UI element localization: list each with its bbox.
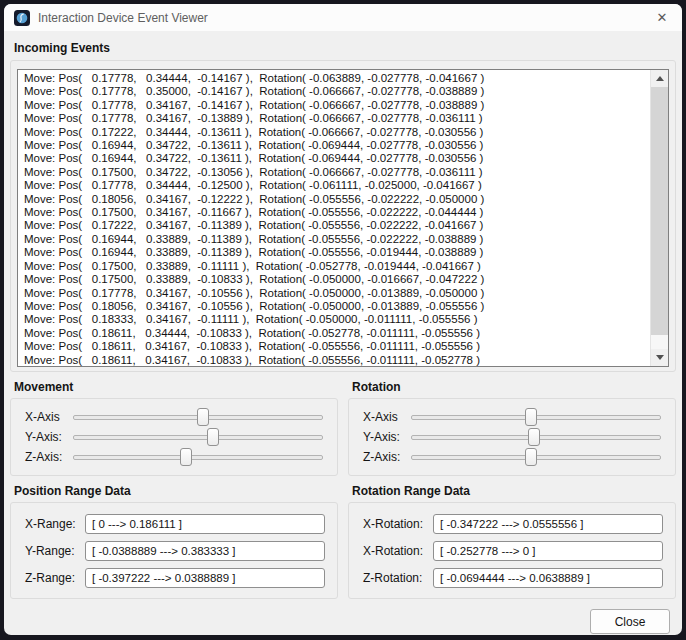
position-range-groupbox: X-Range: [ 0 ---> 0.186111 ] Y-Range: [ … [10, 502, 338, 599]
event-line: Move: Pos( 0.17500, 0.34722, -0.13056 ),… [24, 166, 650, 179]
rotation-y-slider-row: Y-Axis: [363, 428, 663, 446]
y-range-label: Y-Range: [25, 544, 85, 558]
rotation-x-slider[interactable] [411, 408, 661, 426]
event-line: Move: Pos( 0.17778, 0.34444, -0.14167 ),… [24, 72, 650, 85]
rotation-y-label: Y-Axis: [363, 430, 411, 444]
footer: Close [10, 609, 670, 634]
rotation-section: Rotation X-Axis Y-Axis: [348, 372, 676, 476]
rotation-z-slider[interactable] [411, 448, 661, 466]
scroll-up-arrow-icon [656, 76, 664, 81]
movement-x-slider[interactable] [73, 408, 323, 426]
z-rotation-field[interactable]: [ -0.0694444 ---> 0.0638889 ] [433, 568, 663, 588]
position-range-label: Position Range Data [14, 484, 334, 498]
rotation-range-section: Rotation Range Data X-Rotation: [ -0.347… [348, 476, 676, 599]
movement-x-label: X-Axis [25, 410, 73, 424]
rotation-y-slider[interactable] [411, 428, 661, 446]
scroll-down-button[interactable] [651, 349, 668, 366]
x-range-label: X-Range: [25, 517, 85, 531]
event-line: Move: Pos( 0.17778, 0.35000, -0.14167 ),… [24, 85, 650, 98]
movement-z-slider-row: Z-Axis: [25, 448, 325, 466]
event-line: Move: Pos( 0.16944, 0.34722, -0.13611 ),… [24, 152, 650, 165]
movement-x-slider-row: X-Axis [25, 408, 325, 426]
event-line: Move: Pos( 0.18611, 0.34444, -0.10833 ),… [24, 327, 650, 340]
z-rotation-label: Z-Rotation: [363, 571, 433, 585]
event-line: Move: Pos( 0.17778, 0.34167, -0.10556 ),… [24, 287, 650, 300]
z-range-label: Z-Range: [25, 571, 85, 585]
events-list[interactable]: Move: Pos( 0.17778, 0.34444, -0.14167 ),… [17, 69, 669, 367]
x-rotation-row-2: X-Rotation: [ -0.252778 ---> 0 ] [363, 540, 663, 561]
movement-z-slider[interactable] [73, 448, 323, 466]
movement-y-slider-row: Y-Axis: [25, 428, 325, 446]
z-range-field[interactable]: [ -0.397222 ---> 0.0388889 ] [85, 568, 325, 588]
movement-groupbox: X-Axis Y-Axis: [10, 398, 338, 476]
movement-y-slider-thumb[interactable] [207, 428, 219, 446]
close-x-icon: ✕ [657, 10, 668, 25]
movement-z-slider-thumb[interactable] [180, 448, 192, 466]
x-rotation-label: X-Rotation: [363, 517, 433, 531]
event-line: Move: Pos( 0.17500, 0.34167, -0.11667 ),… [24, 206, 650, 219]
scroll-up-button[interactable] [651, 70, 668, 87]
rotation-x-slider-thumb[interactable] [525, 408, 537, 426]
dialog-window: Interaction Device Event Viewer ✕ Incomi… [4, 4, 682, 635]
close-button[interactable]: Close [590, 609, 670, 634]
app-icon [14, 10, 30, 26]
y-range-row: Y-Range: [ -0.0388889 ---> 0.383333 ] [25, 540, 325, 561]
position-range-section: Position Range Data X-Range: [ 0 ---> 0.… [10, 476, 338, 599]
event-line: Move: Pos( 0.17778, 0.34167, -0.14167 ),… [24, 99, 650, 112]
rotation-groupbox: X-Axis Y-Axis: [348, 398, 676, 476]
event-line: Move: Pos( 0.17222, 0.34167, -0.11389 ),… [24, 219, 650, 232]
window-title: Interaction Device Event Viewer [38, 11, 642, 25]
movement-y-slider[interactable] [73, 428, 323, 446]
event-line: Move: Pos( 0.17500, 0.33889, -0.10833 ),… [24, 273, 650, 286]
event-line: Move: Pos( 0.18056, 0.34167, -0.12222 ),… [24, 193, 650, 206]
rotation-label: Rotation [352, 380, 672, 394]
x-range-field[interactable]: [ 0 ---> 0.186111 ] [85, 514, 325, 534]
rotation-x-label: X-Axis [363, 410, 411, 424]
event-line: Move: Pos( 0.18611, 0.34167, -0.10833 ),… [24, 340, 650, 353]
event-line: Move: Pos( 0.18333, 0.34167, -0.11111 ),… [24, 313, 650, 326]
movement-label: Movement [14, 380, 334, 394]
x-rotation-field-2[interactable]: [ -0.252778 ---> 0 ] [433, 541, 663, 561]
rotation-z-label: Z-Axis: [363, 450, 411, 464]
event-line: Move: Pos( 0.17778, 0.34444, -0.12500 ),… [24, 179, 650, 192]
event-line: Move: Pos( 0.17222, 0.34444, -0.13611 ),… [24, 126, 650, 139]
rotation-y-slider-thumb[interactable] [528, 428, 540, 446]
x-range-row: X-Range: [ 0 ---> 0.186111 ] [25, 513, 325, 534]
event-line: Move: Pos( 0.17500, 0.33889, -0.11111 ),… [24, 260, 650, 273]
window-close-button[interactable]: ✕ [642, 4, 682, 31]
rotation-range-groupbox: X-Rotation: [ -0.347222 ---> 0.0555556 ]… [348, 502, 676, 599]
window-frame: Interaction Device Event Viewer ✕ Incomi… [0, 0, 686, 640]
event-line: Move: Pos( 0.18056, 0.34167, -0.10556 ),… [24, 300, 650, 313]
rotation-x-slider-row: X-Axis [363, 408, 663, 426]
movement-y-slider-track[interactable] [73, 435, 323, 440]
z-range-row: Z-Range: [ -0.397222 ---> 0.0388889 ] [25, 567, 325, 588]
title-bar[interactable]: Interaction Device Event Viewer ✕ [4, 4, 682, 31]
x-rotation-row: X-Rotation: [ -0.347222 ---> 0.0555556 ] [363, 513, 663, 534]
event-line: Move: Pos( 0.16944, 0.34722, -0.13611 ),… [24, 139, 650, 152]
event-line: Move: Pos( 0.17778, 0.34167, -0.13889 ),… [24, 112, 650, 125]
x-rotation-label-2: X-Rotation: [363, 544, 433, 558]
event-line: Move: Pos( 0.16944, 0.33889, -0.11389 ),… [24, 233, 650, 246]
scrollbar-thumb[interactable] [651, 87, 668, 335]
movement-section: Movement X-Axis Y-Axis: [10, 372, 338, 476]
y-range-field[interactable]: [ -0.0388889 ---> 0.383333 ] [85, 541, 325, 561]
rotation-z-slider-row: Z-Axis: [363, 448, 663, 466]
events-text: Move: Pos( 0.17778, 0.34444, -0.14167 ),… [18, 72, 650, 366]
movement-y-label: Y-Axis: [25, 430, 73, 444]
event-line: Move: Pos( 0.16944, 0.33889, -0.11389 ),… [24, 246, 650, 259]
events-scrollbar[interactable] [650, 70, 668, 366]
incoming-events-groupbox: Move: Pos( 0.17778, 0.34444, -0.14167 ),… [10, 60, 676, 372]
rotation-range-label: Rotation Range Data [352, 484, 672, 498]
movement-z-label: Z-Axis: [25, 450, 73, 464]
rotation-z-slider-thumb[interactable] [525, 448, 537, 466]
movement-x-slider-thumb[interactable] [197, 408, 209, 426]
scroll-down-arrow-icon [656, 355, 664, 360]
event-line: Move: Pos( 0.18611, 0.34167, -0.10833 ),… [24, 354, 650, 367]
z-rotation-row: Z-Rotation: [ -0.0694444 ---> 0.0638889 … [363, 567, 663, 588]
movement-z-slider-track[interactable] [73, 455, 323, 460]
x-rotation-field[interactable]: [ -0.347222 ---> 0.0555556 ] [433, 514, 663, 534]
dialog-content: Incoming Events Move: Pos( 0.17778, 0.34… [4, 41, 682, 634]
incoming-events-label: Incoming Events [14, 41, 672, 55]
